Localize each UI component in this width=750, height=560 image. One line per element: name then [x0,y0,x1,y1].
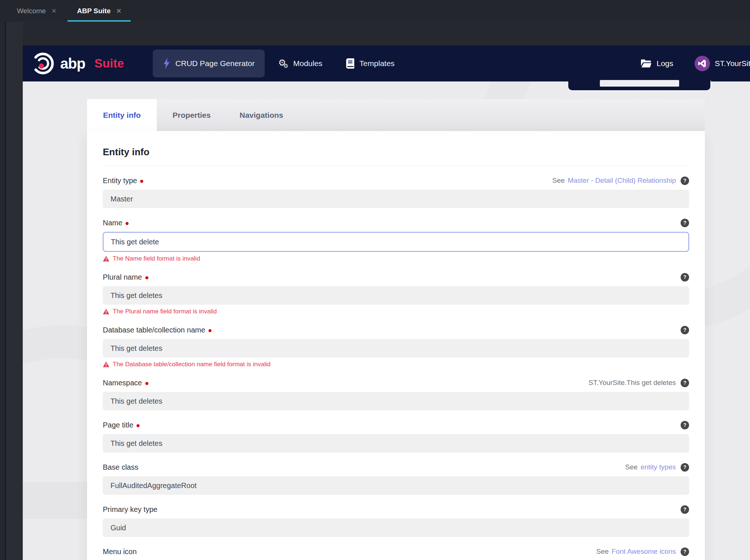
field-primary-key-type: Primary key type ? [103,505,689,537]
tab-properties[interactable]: Properties [157,99,227,131]
field-page-title: Page title ? [103,420,689,452]
close-icon[interactable]: × [52,7,57,15]
close-icon[interactable]: × [116,7,121,15]
entity-info-panel: Entity info Entity type See Master - Det… [87,131,705,560]
field-label: Primary key type [103,505,157,514]
window-tab-label: Welcome [17,7,46,15]
see-text: See [596,548,609,556]
entity-type-input[interactable] [103,190,689,208]
help-icon[interactable]: ? [681,463,689,472]
required-dot [145,276,148,279]
error-text: The Name field format is invalid [113,255,200,262]
required-dot [145,382,148,385]
logs-label: Logs [656,59,673,68]
nav-item-label: Modules [293,59,322,68]
window-tab-label: ABP Suite [77,7,111,15]
nav-item-crud-page-generator[interactable]: CRUD Page Generator [153,50,265,77]
field-label: Base class [103,463,138,472]
field-label: Name [103,219,128,227]
warning-icon [103,361,109,367]
window-tab-abp-suite[interactable]: ABP Suite × [67,0,131,22]
folder-icon [641,59,652,68]
frame-left-gutter [6,22,23,560]
main-navbar: abp Suite CRUD Page Generator ⚙⚙ Modules [23,46,750,81]
tab-navigations[interactable]: Navigations [227,99,296,131]
font-awesome-icons-link[interactable]: Font Awesome icons [612,548,676,556]
error-text: The Database table/collection name field… [113,361,271,368]
field-menu-icon: Menu icon See Font Awesome icons ? fa fa… [103,547,689,560]
project-button[interactable]: ST.YourSite [695,56,750,71]
master-detail-relationship-link[interactable]: Master - Detail (Child) Relationship [568,177,676,185]
progress-toast [568,80,710,90]
help-icon[interactable]: ? [681,548,689,556]
nav-item-templates[interactable]: Templates [336,50,405,77]
panel-heading: Entity info [103,146,689,166]
navbar-right: Logs ST.YourSite [641,56,750,71]
tab-entity-info[interactable]: Entity info [87,99,157,131]
field-name: Name ? The Name field f [103,218,689,262]
field-label: Plural name [103,273,148,281]
nav-item-label: Templates [359,59,395,68]
help-icon[interactable]: ? [681,326,689,334]
help-icon[interactable]: ? [681,421,689,429]
validation-error: The Name field format is invalid [103,255,689,262]
progress-bar [600,80,679,87]
help-icon[interactable]: ? [681,177,689,185]
field-label: Database table/collection name [103,326,211,334]
entity-card: Entity info Properties Navigations Entit… [87,99,705,560]
logs-button[interactable]: Logs [641,59,673,68]
nav-item-modules[interactable]: ⚙⚙ Modules [268,50,332,77]
nav-menu: CRUD Page Generator ⚙⚙ Modules Templates [153,50,405,77]
plural-name-input[interactable] [103,286,689,305]
lightning-icon [163,58,171,69]
primary-key-type-input[interactable] [103,519,689,537]
field-entity-type: Entity type See Master - Detail (Child) … [103,176,689,208]
abp-suite-page: abp Suite CRUD Page Generator ⚙⚙ Modules [23,46,750,560]
gears-icon: ⚙⚙ [278,58,289,69]
field-label: Menu icon [103,548,137,556]
warning-icon [103,309,109,314]
name-input[interactable] [103,232,689,252]
nav-item-label: CRUD Page Generator [175,59,255,68]
entity-types-link[interactable]: entity types [641,463,676,471]
error-text: The Plural name field format is invalid [113,308,217,315]
field-base-class: Base class See entity types ? [103,462,689,495]
field-plural-name: Plural name ? The Plura [103,272,689,315]
book-icon [346,58,355,69]
required-dot [126,222,128,225]
base-class-input[interactable] [103,476,689,495]
brand-suffix: Suite [94,57,124,70]
entity-form: Entity type See Master - Detail (Child) … [103,176,689,560]
page-title-input[interactable] [103,434,689,452]
see-text: See [552,177,565,185]
help-icon[interactable]: ? [681,273,689,281]
entity-tabs: Entity info Properties Navigations [87,99,705,131]
help-icon[interactable]: ? [681,505,689,514]
window-tab-bar: Welcome × ABP Suite × [0,0,750,22]
field-label: Namespace [103,379,148,387]
field-namespace: Namespace ST.YourSite.This get deletes ? [103,378,689,410]
brand-name: abp [60,55,85,72]
warning-icon [103,256,109,262]
validation-error: The Database table/collection name field… [103,361,689,368]
visual-studio-icon [695,56,710,71]
window-tab-welcome[interactable]: Welcome × [7,0,67,22]
namespace-preview: ST.YourSite.This get deletes [588,379,676,387]
project-name: ST.YourSite [715,59,750,68]
required-dot [209,329,211,332]
required-dot [137,424,140,427]
see-text: See [625,463,638,471]
help-icon[interactable]: ? [681,219,689,227]
database-table-name-input[interactable] [103,339,689,357]
abp-suite-logo[interactable]: abp Suite [32,52,124,75]
abp-logo-icon [32,52,54,75]
help-icon[interactable]: ? [681,379,689,387]
field-label: Page title [103,421,140,429]
namespace-input[interactable] [103,392,689,410]
field-label: Entity type [103,177,143,185]
required-dot [140,180,143,183]
validation-error: The Plural name field format is invalid [103,308,689,315]
field-database-table-name: Database table/collection name ? [103,325,689,368]
